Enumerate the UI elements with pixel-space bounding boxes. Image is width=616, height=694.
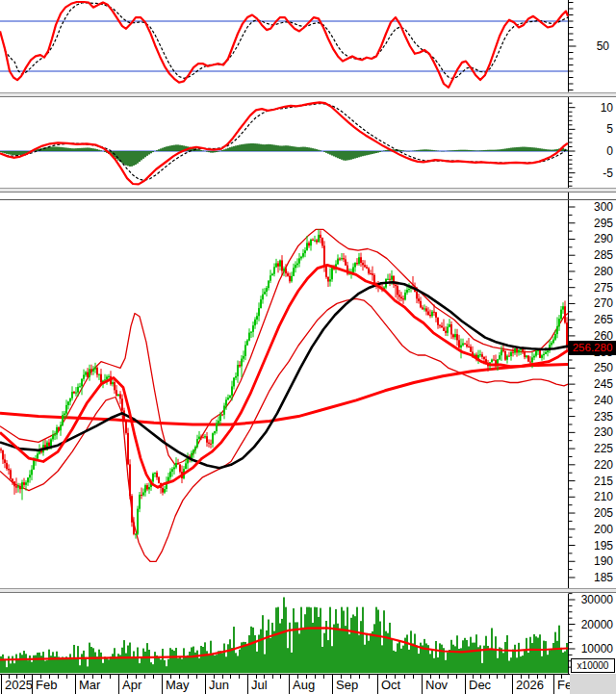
price-axis-label: 225	[569, 442, 613, 455]
month-tick	[205, 675, 206, 694]
week-tick	[66, 675, 67, 679]
panel-splitter-2[interactable]	[0, 188, 616, 193]
week-tick	[239, 675, 240, 679]
month-tick	[1, 675, 2, 694]
price-axis-label: 210	[569, 490, 613, 503]
technical-analysis-chart: 50 256.280 x10000 2025FebMarAprMayJunJul…	[0, 0, 616, 694]
volume-multiplier-label: x10000	[571, 658, 615, 673]
stoch-midline-label: 50	[569, 39, 609, 53]
week-tick	[395, 675, 396, 679]
week-tick	[369, 675, 370, 679]
month-label: Mar	[79, 678, 100, 692]
week-tick	[297, 675, 298, 679]
month-tick	[118, 675, 119, 694]
week-tick	[545, 675, 546, 679]
week-tick	[306, 675, 307, 679]
month-label: Dec	[469, 678, 491, 692]
week-tick	[222, 675, 223, 679]
price-axis-label: 190	[569, 554, 613, 568]
price-axis-label: 295	[569, 217, 613, 230]
month-tick	[332, 675, 333, 694]
week-tick	[144, 675, 145, 679]
week-tick	[84, 675, 85, 679]
month-label: Jun	[209, 678, 229, 692]
price-axis-label: 230	[569, 425, 613, 439]
stochastic-panel[interactable]	[0, 0, 568, 92]
price-axis-label: 245	[569, 377, 613, 391]
week-tick	[214, 675, 215, 679]
price-axis-label: 240	[569, 394, 613, 407]
week-tick	[110, 675, 111, 679]
week-tick	[480, 675, 481, 679]
macd-axis-label: -5	[569, 167, 613, 180]
week-tick	[127, 675, 128, 679]
macd-panel[interactable]	[0, 97, 568, 188]
week-tick	[537, 675, 538, 679]
week-tick	[16, 675, 17, 679]
month-label: Jul	[251, 678, 268, 692]
month-label: 2026	[516, 678, 544, 692]
week-tick	[230, 675, 231, 679]
price-axis-label: 185	[569, 571, 613, 584]
price-axis-label: 275	[569, 281, 613, 295]
week-tick	[24, 675, 25, 679]
week-tick	[9, 675, 10, 679]
week-tick	[489, 675, 490, 679]
week-tick	[188, 675, 189, 679]
price-axis-label: 300	[569, 200, 613, 214]
week-tick	[280, 675, 281, 679]
price-axis-label: 270	[569, 296, 613, 310]
week-tick	[341, 675, 342, 679]
panel-splitter-1[interactable]	[0, 92, 616, 97]
week-tick	[413, 675, 414, 679]
week-tick	[170, 675, 171, 679]
price-axis-label: 280	[569, 265, 613, 278]
month-tick	[75, 675, 76, 694]
month-tick	[247, 675, 248, 694]
week-tick	[136, 675, 137, 679]
month-tick	[32, 675, 33, 694]
week-tick	[196, 675, 197, 679]
month-label: Sep	[336, 678, 358, 692]
price-axis-label: 215	[569, 475, 613, 488]
week-tick	[448, 675, 449, 679]
axis-corner	[570, 674, 616, 694]
week-tick	[430, 675, 431, 679]
volume-axis-label: 30000	[569, 593, 613, 606]
month-tick	[422, 675, 423, 694]
panel-splitter-3[interactable]	[0, 588, 616, 593]
price-axis-label: 265	[569, 313, 613, 326]
week-tick	[473, 675, 474, 679]
macd-axis-label: 10	[569, 101, 613, 115]
price-axis-label: 285	[569, 248, 613, 262]
week-tick	[272, 675, 273, 679]
price-panel[interactable]	[0, 199, 568, 588]
week-tick	[528, 675, 529, 679]
week-tick	[497, 675, 498, 679]
macd-axis-label: 5	[569, 122, 613, 136]
month-label: Apr	[122, 678, 141, 692]
month-tick	[512, 675, 513, 694]
price-axis-label: 205	[569, 506, 613, 520]
price-axis-label: 220	[569, 458, 613, 472]
volume-panel[interactable]	[0, 594, 568, 674]
month-label: Oct	[381, 678, 400, 692]
month-label: Feb	[36, 678, 57, 692]
month-label: Aug	[293, 678, 315, 692]
week-tick	[92, 675, 93, 679]
last-price-flag: 256.280	[569, 341, 616, 355]
week-tick	[359, 675, 360, 679]
volume-axis-label: 10000	[569, 642, 613, 655]
x-axis[interactable]: 2025FebMarAprMayJunJulAugSepOctNovDec202…	[0, 674, 570, 694]
month-label: Feb	[557, 678, 570, 692]
month-tick	[377, 675, 378, 694]
price-axis-label: 250	[569, 361, 613, 374]
month-label: 2025	[5, 678, 33, 692]
week-tick	[456, 675, 457, 679]
month-label: May	[166, 678, 190, 692]
week-tick	[315, 675, 316, 679]
week-tick	[561, 675, 562, 679]
week-tick	[323, 675, 324, 679]
week-tick	[386, 675, 387, 679]
month-tick	[289, 675, 290, 694]
